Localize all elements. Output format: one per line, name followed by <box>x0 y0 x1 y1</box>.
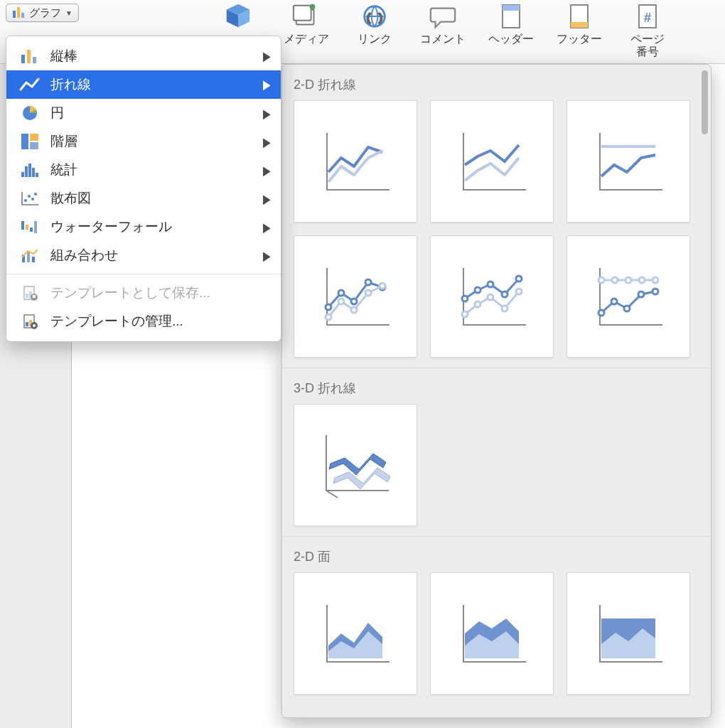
media-icon <box>292 2 321 31</box>
ribbon-tool-label: メディア <box>284 32 329 46</box>
chart-icon <box>12 6 25 21</box>
svg-rect-17 <box>27 50 31 63</box>
ribbon-tool-label: リンク <box>358 32 392 46</box>
chevron-down-icon: ▼ <box>65 9 72 17</box>
svg-rect-0 <box>13 11 16 18</box>
bar-icon <box>19 48 41 64</box>
svg-rect-11 <box>503 5 520 11</box>
footer-icon <box>565 2 594 31</box>
chevron-right-icon: ▶ <box>263 49 271 64</box>
svg-rect-7 <box>294 6 311 21</box>
svg-rect-18 <box>33 57 36 63</box>
menu-item-label: 縦棒 <box>50 47 77 64</box>
svg-rect-1 <box>17 7 20 18</box>
chart-dropdown-button[interactable]: グラフ ▼ <box>6 4 79 22</box>
ribbon-tool-label: ヘッダー <box>488 32 534 46</box>
ribbon-tool-link[interactable]: リンク <box>349 2 400 46</box>
comment-icon <box>429 2 457 31</box>
svg-rect-16 <box>21 55 25 63</box>
ribbon-tool-label: フッター <box>557 32 602 46</box>
ribbon-tool-label: ページ <box>630 32 665 46</box>
svg-rect-13 <box>571 22 588 28</box>
link-icon <box>360 2 389 31</box>
chart-type-menu: 縦棒 ▶ 折れ線 ▶ 円 ▶ 階層 ▶ 統計 ▶ 散布図 ▶ <box>6 36 281 64</box>
chart-dropdown-label: グラフ <box>29 6 61 20</box>
page-number-icon: # <box>633 2 662 31</box>
ribbon-tool-header[interactable]: ヘッダー <box>485 2 537 46</box>
cube-icon <box>224 2 252 31</box>
ribbon-tool-label-line2: 番号 <box>636 45 659 58</box>
ribbon-tool-label: コメント <box>420 32 466 46</box>
ribbon-tool-media[interactable]: メディア <box>281 2 332 46</box>
svg-text:#: # <box>644 11 651 25</box>
header-icon <box>497 2 525 31</box>
ribbon-tool-footer[interactable]: フッター <box>554 2 605 46</box>
ribbon-tool-comment[interactable]: コメント <box>417 2 468 46</box>
menu-item-column[interactable]: 縦棒 ▶ <box>6 42 281 64</box>
svg-rect-2 <box>21 13 24 18</box>
ribbon-tool-page-number[interactable]: # ページ 番号 <box>622 2 673 58</box>
